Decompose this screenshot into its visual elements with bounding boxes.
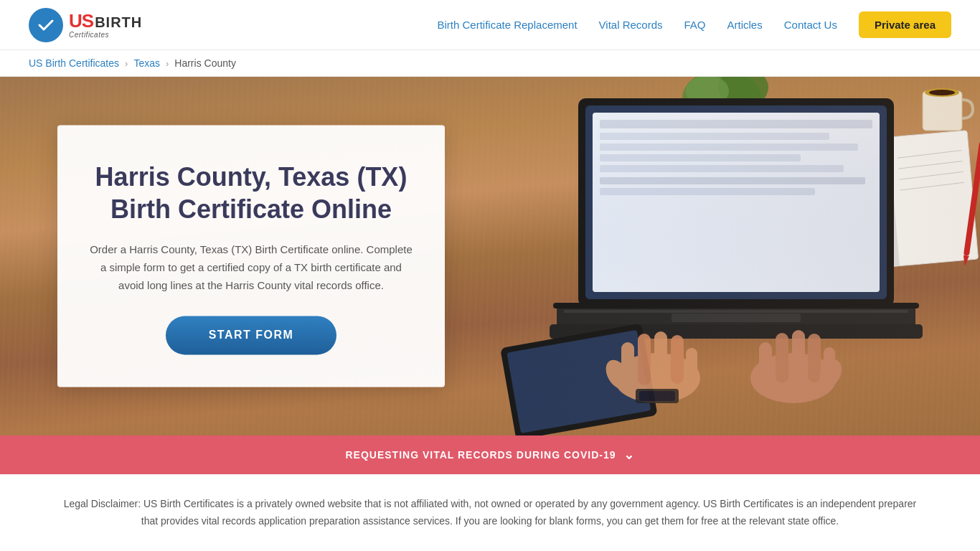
start-form-button[interactable]: START FORM [166, 316, 337, 355]
breadcrumb-sep-2: › [166, 58, 169, 69]
breadcrumb-sep-1: › [125, 58, 128, 69]
disclaimer-section: Legal Disclaimer: US Birth Certificates … [0, 474, 980, 551]
logo-birth: BIRTH [95, 14, 142, 30]
logo-icon [29, 8, 63, 42]
hero-illustration [435, 77, 980, 435]
nav-birth-certificate[interactable]: Birth Certificate Replacement [437, 19, 577, 31]
nav-articles[interactable]: Articles [727, 19, 763, 31]
svg-rect-46 [776, 333, 788, 383]
svg-rect-39 [671, 335, 684, 384]
hero-title: Harris County, Texas (TX) Birth Certific… [90, 161, 413, 225]
covid-banner-text: REQUESTING VITAL RECORDS DURING COVID-19 [345, 449, 616, 461]
svg-rect-40 [686, 348, 697, 384]
svg-rect-14 [923, 91, 962, 131]
chevron-down-icon: ⌄ [623, 447, 635, 463]
logo-certificates: Certificates [69, 31, 142, 39]
hero-card: Harris County, Texas (TX) Birth Certific… [57, 125, 445, 387]
nav-contact-us[interactable]: Contact Us [784, 19, 837, 31]
nav-vital-records[interactable]: Vital Records [599, 19, 663, 31]
breadcrumb-home[interactable]: US Birth Certificates [29, 57, 119, 69]
svg-rect-37 [638, 334, 651, 385]
breadcrumb: US Birth Certificates › Texas › Harris C… [0, 50, 980, 77]
disclaimer-text: Legal Disclaimer: US Birth Certificates … [57, 496, 923, 530]
svg-rect-47 [792, 330, 805, 383]
nav-faq[interactable]: FAQ [684, 19, 706, 31]
main-nav: Birth Certificate Replacement Vital Reco… [437, 11, 951, 38]
breadcrumb-current: Harris County [174, 57, 236, 69]
svg-rect-45 [759, 342, 772, 384]
svg-rect-43 [639, 391, 675, 401]
svg-rect-30 [672, 314, 801, 322]
covid-banner[interactable]: REQUESTING VITAL RECORDS DURING COVID-19… [0, 435, 980, 474]
svg-rect-29 [564, 310, 908, 313]
site-header: US BIRTH Certificates Birth Certificate … [0, 0, 980, 50]
svg-rect-27 [593, 113, 880, 292]
svg-rect-31 [553, 303, 919, 309]
svg-point-16 [929, 90, 955, 95]
hero-section: Harris County, Texas (TX) Birth Certific… [0, 77, 980, 435]
logo-link[interactable]: US BIRTH Certificates [29, 8, 142, 42]
logo-text: US BIRTH Certificates [69, 11, 142, 39]
hero-description: Order a Harris County, Texas (TX) Birth … [90, 241, 413, 294]
svg-rect-38 [654, 331, 667, 385]
breadcrumb-state[interactable]: Texas [133, 57, 160, 69]
private-area-button[interactable]: Private area [859, 11, 951, 38]
svg-rect-48 [808, 334, 821, 382]
logo-us: US [69, 11, 93, 32]
